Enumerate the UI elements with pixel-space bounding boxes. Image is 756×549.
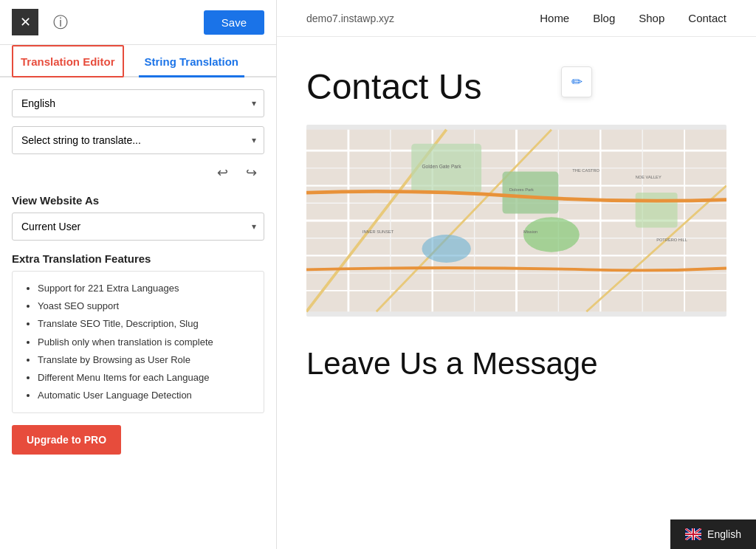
left-panel: ✕ ⓘ Save Translation Editor String Trans… [0,0,277,549]
feature-item: Different Menu Items for each Language [38,371,252,384]
nav-shop[interactable]: Shop [639,12,664,24]
svg-text:Dolores Park: Dolores Park [509,187,534,192]
arrows-row: ↩ ↪ [12,163,264,182]
upgrade-button[interactable]: Upgrade to PRO [12,425,121,455]
features-box: Support for 221 Extra LanguagesYoast SEO… [12,271,264,413]
site-url: demo7.instawp.xyz [306,13,394,24]
svg-rect-25 [636,193,678,227]
undo-button[interactable]: ↩ [213,163,233,182]
nav-blog[interactable]: Blog [593,12,615,24]
nav-home[interactable]: Home [540,12,569,24]
panel-body: EnglishFrenchGermanSpanishItalian ▾ Sele… [0,77,276,466]
tabs-row: Translation Editor String Translation [0,45,276,77]
feature-item: Support for 221 Extra Languages [38,282,252,295]
map-svg: Golden Gate Park Dolores Park Mission IN… [306,125,726,317]
language-select-wrapper[interactable]: EnglishFrenchGermanSpanishItalian ▾ [12,89,264,117]
language-badge-label: English [707,528,741,540]
feature-item: Translate SEO Title, Description, Slug [38,317,252,331]
redo-button[interactable]: ↪ [241,163,261,182]
flag-icon [685,528,701,540]
feature-item: Automatic User Language Detection [38,389,252,402]
svg-text:POTRERO HILL: POTRERO HILL [656,238,687,242]
svg-text:THE CASTRO: THE CASTRO [572,168,599,173]
feature-item: Translate by Browsing as User Role [38,353,252,367]
view-website-as-title: View Website As [12,194,264,207]
site-nav: Home Blog Shop Contact [540,12,726,24]
svg-point-26 [422,235,470,263]
feature-item: Yoast SEO support [38,300,252,313]
top-bar: ✕ ⓘ Save [0,0,276,45]
pencil-icon: ✏ [571,74,583,90]
string-select[interactable]: Select string to translate... [13,127,264,153]
map-container: Golden Gate Park Dolores Park Mission IN… [306,125,726,317]
extra-features-title: Extra Translation Features [12,252,264,265]
tab-string-translation[interactable]: String Translation [139,45,245,77]
leave-message-title: Leave Us a Message [306,346,726,381]
language-select[interactable]: EnglishFrenchGermanSpanishItalian [13,90,264,117]
close-button[interactable]: ✕ [12,9,38,35]
page-title: Contact Us [306,66,726,107]
feature-item: Publish only when translation is complet… [38,336,252,349]
svg-rect-23 [503,172,559,214]
content-area: ✏ Contact Us [277,37,756,411]
edit-pencil-button[interactable]: ✏ [561,66,592,97]
svg-text:Mission: Mission [523,229,537,234]
view-as-select[interactable]: Current UserVisitorAdministrator [13,213,264,240]
string-select-wrapper[interactable]: Select string to translate... ▾ [12,126,264,154]
features-list: Support for 221 Extra LanguagesYoast SEO… [24,282,252,402]
save-button[interactable]: Save [204,10,264,35]
svg-text:Golden Gate Park: Golden Gate Park [422,164,461,169]
info-button[interactable]: ⓘ [47,9,74,35]
svg-text:INNER SUNSET: INNER SUNSET [362,229,394,234]
info-icon: ⓘ [53,13,68,32]
svg-text:NOE VALLEY: NOE VALLEY [636,175,662,179]
site-header: demo7.instawp.xyz Home Blog Shop Contact [277,0,756,37]
svg-point-24 [523,217,580,252]
view-as-select-wrapper[interactable]: Current UserVisitorAdministrator ▾ [12,213,264,241]
tab-translation-editor[interactable]: Translation Editor [12,45,124,77]
view-website-as-section: View Website As Current UserVisitorAdmin… [12,191,264,241]
extra-features-section: Extra Translation Features Support for 2… [12,249,264,455]
language-badge[interactable]: English [670,519,756,549]
right-panel: demo7.instawp.xyz Home Blog Shop Contact… [277,0,756,549]
nav-contact[interactable]: Contact [688,12,726,24]
